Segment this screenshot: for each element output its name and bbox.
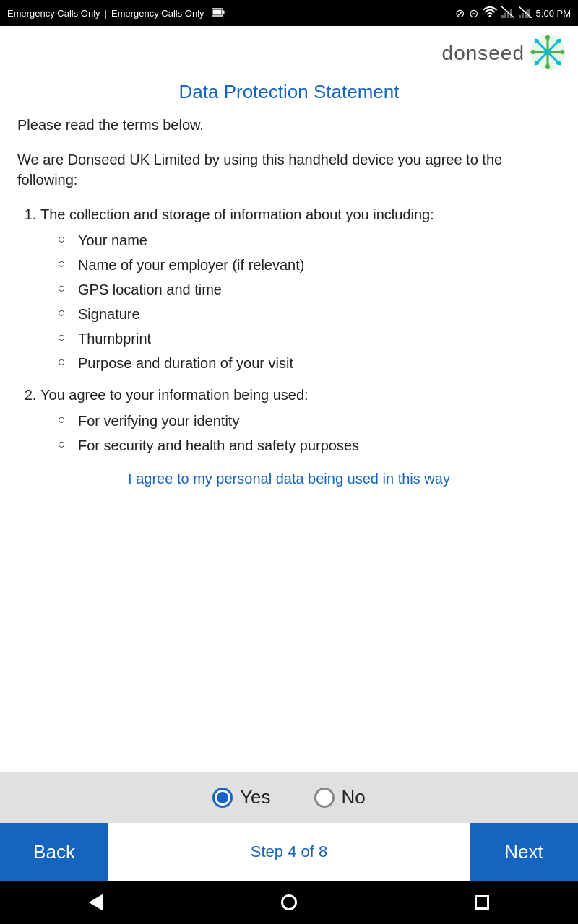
home-nav-icon[interactable] [281,894,297,910]
intro-text: Please read the terms below. [17,115,561,135]
svg-rect-5 [504,13,506,18]
terms-item-2-bullets: For verifying your identity For security… [40,411,561,456]
back-nav-icon[interactable] [89,894,103,911]
status-bar-right: ⊘ ⊝ [455,6,571,20]
radio-no[interactable]: No [314,786,366,808]
status-bar: Emergency Calls Only | Emergency Calls O… [0,0,578,26]
logo-area: donseed [0,26,578,74]
bullet-item: Name of your employer (if relevant) [58,255,561,275]
bullet-item: Your name [58,230,561,250]
svg-rect-9 [519,15,521,18]
logo-text: donseed [442,42,525,65]
status-bar-left: Emergency Calls Only | Emergency Calls O… [7,8,225,19]
bullet-item: Signature [58,304,561,324]
bullet-item: GPS location and time [58,279,561,300]
next-button[interactable]: Next [470,823,578,881]
emergency-calls-right: Emergency Calls Only [111,8,204,19]
svg-point-20 [545,35,550,40]
page-title: Data Protection Statement [0,74,578,115]
logo-icon [529,33,566,74]
svg-rect-7 [510,9,512,18]
agree-text[interactable]: I agree to my personal data being used i… [17,468,561,489]
svg-point-25 [556,39,561,43]
svg-rect-12 [527,9,530,18]
android-nav-bar [0,881,578,924]
svg-point-23 [560,50,564,54]
bullet-item: Thumbprint [58,328,561,349]
recents-nav-icon[interactable] [475,895,489,910]
svg-rect-4 [501,15,504,18]
radio-yes-circle[interactable] [212,788,233,808]
step-indicator: Step 4 of 8 [108,823,470,881]
terms-item-1-title: The collection and storage of informatio… [40,206,434,222]
company-text: We are Donseed UK Limited by using this … [17,149,561,190]
svg-point-22 [531,50,535,54]
battery-icon [212,8,225,19]
wifi-icon [483,6,497,20]
content-area: Please read the terms below. We are Dons… [0,115,578,772]
no-sim-icon: ⊝ [469,6,478,20]
radio-no-label: No [342,786,366,808]
terms-item-1: The collection and storage of informatio… [40,204,561,373]
time-display: 5:00 PM [536,8,571,19]
svg-point-27 [556,61,561,65]
bullet-item: For security and health and safety purpo… [58,435,561,456]
back-button[interactable]: Back [0,823,108,881]
main-content: donseed [0,26,578,881]
radio-yes-label: Yes [240,786,270,808]
bottom-nav: Back Step 4 of 8 Next [0,823,578,881]
nfc-icon: ⊘ [455,6,465,20]
svg-point-24 [535,39,539,43]
terms-list: The collection and storage of informatio… [17,204,561,456]
svg-rect-1 [223,10,224,14]
logo-container: donseed [442,33,566,74]
status-separator: | [105,8,107,19]
terms-item-2-title: You agree to your information being used… [40,387,309,403]
terms-item-1-bullets: Your name Name of your employer (if rele… [40,230,561,373]
radio-no-circle[interactable] [314,788,335,808]
bullet-item: For verifying your identity [58,411,561,431]
svg-point-3 [488,15,491,17]
svg-point-21 [545,64,550,69]
svg-rect-10 [522,13,524,18]
radio-area: Yes No [0,772,578,823]
radio-yes[interactable]: Yes [212,786,270,808]
svg-rect-2 [212,9,221,14]
svg-point-26 [535,61,539,65]
emergency-calls-left: Emergency Calls Only [7,8,100,19]
terms-item-2: You agree to your information being used… [40,385,561,456]
signal-icon-2 [519,6,532,20]
signal-icon [501,6,514,20]
bullet-item: Purpose and duration of your visit [58,353,561,373]
